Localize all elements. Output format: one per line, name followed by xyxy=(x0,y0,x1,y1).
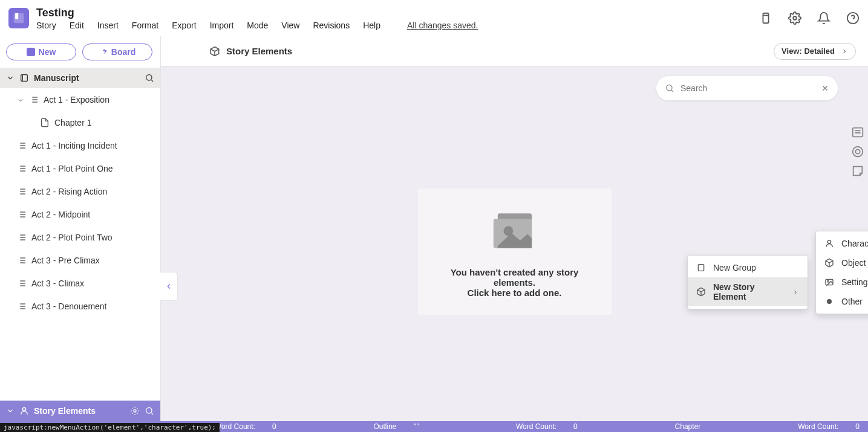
device-icon[interactable] xyxy=(759,11,772,25)
menu-edit[interactable]: Edit xyxy=(70,21,84,30)
tree-item-label: Act 3 - Pre Climax xyxy=(31,256,100,265)
view-toggle[interactable]: View: Detailed xyxy=(774,43,856,60)
submenu-item[interactable]: Setting xyxy=(816,272,868,292)
right-rail xyxy=(851,126,864,178)
project-title: Testing xyxy=(36,7,478,19)
tree-item[interactable]: Act 3 - Climax xyxy=(0,272,160,295)
tree-item-label: Act 2 - Plot Point Two xyxy=(31,233,113,242)
tree-item[interactable]: Act 3 - Denouement xyxy=(0,295,160,318)
tree-item[interactable]: Act 3 - Pre Climax xyxy=(0,249,160,272)
ctx-item-label: New Group xyxy=(713,263,756,272)
ctx-item[interactable]: New Group xyxy=(688,258,808,277)
tree-item-label: Act 1 - Exposition xyxy=(44,95,109,105)
svg-point-77 xyxy=(855,149,860,153)
context-submenu: CharacterObjectSettingOther xyxy=(815,231,868,314)
svg-point-66 xyxy=(134,410,136,412)
menu-revisions[interactable]: Revisions xyxy=(313,21,350,30)
collapse-sidebar-handle[interactable] xyxy=(160,272,178,301)
search-icon[interactable] xyxy=(145,406,154,416)
note-icon[interactable] xyxy=(851,164,864,178)
person-icon xyxy=(19,406,29,416)
svg-point-65 xyxy=(22,408,25,411)
view-label: View: Detailed xyxy=(782,47,835,56)
svg-point-84 xyxy=(827,280,829,282)
svg-rect-81 xyxy=(698,265,703,271)
ctx-item[interactable]: New Story Element xyxy=(688,277,808,306)
menu-story[interactable]: Story xyxy=(36,21,56,30)
submenu-label: Character xyxy=(841,239,868,248)
menubar: StoryEditInsertFormatExportImportModeVie… xyxy=(36,21,478,30)
settings-icon[interactable] xyxy=(788,11,801,25)
list-icon xyxy=(29,95,39,105)
chevron-right-icon xyxy=(841,48,848,55)
list-icon xyxy=(17,256,27,265)
search-icon[interactable] xyxy=(145,73,154,83)
tree-item[interactable]: Act 2 - Rising Action xyxy=(0,180,160,203)
manuscript-section[interactable]: Manuscript xyxy=(0,68,160,88)
bell-icon[interactable] xyxy=(817,11,830,25)
submenu-label: Other xyxy=(841,297,863,306)
sidebar: New Board Manuscript Act 1 - ExpositionC… xyxy=(0,36,161,421)
menu-mode[interactable]: Mode xyxy=(247,21,268,30)
svg-rect-7 xyxy=(21,75,28,82)
empty-text-1: You haven't created any story elements. xyxy=(431,267,598,288)
chevron-down-icon xyxy=(6,74,15,82)
menu-help[interactable]: Help xyxy=(363,21,380,30)
status-wc3-label: Word Count: xyxy=(789,422,847,431)
save-status: All changes saved. xyxy=(407,21,478,30)
menu-import[interactable]: Import xyxy=(210,21,234,30)
help-icon[interactable] xyxy=(846,11,860,25)
board-button[interactable]: Board xyxy=(82,44,152,60)
menu-export[interactable]: Export xyxy=(172,21,196,30)
list-icon[interactable] xyxy=(851,126,864,139)
context-menu: New GroupNew Story Element xyxy=(687,255,808,309)
search-box xyxy=(656,76,838,100)
submenu-label: Setting xyxy=(841,277,868,287)
target-icon[interactable] xyxy=(851,145,864,158)
canvas[interactable]: You haven't created any story elements. … xyxy=(161,66,868,421)
list-icon xyxy=(17,301,27,311)
tree-item[interactable]: Act 2 - Midpoint xyxy=(0,203,160,226)
menu-insert[interactable]: Insert xyxy=(97,21,119,30)
menu-view[interactable]: View xyxy=(281,21,299,30)
svg-point-9 xyxy=(146,75,152,80)
new-button-label: New xyxy=(39,47,56,57)
gear-icon[interactable] xyxy=(130,406,140,416)
search-input[interactable] xyxy=(680,83,815,93)
cube-icon xyxy=(824,258,834,268)
menu-format[interactable]: Format xyxy=(132,21,158,30)
tree-item[interactable]: Act 1 - Plot Point One xyxy=(0,157,160,180)
svg-rect-2 xyxy=(763,13,768,24)
content-title: Story Elements xyxy=(226,46,292,56)
tree-item[interactable]: Chapter 1 xyxy=(0,111,160,134)
tree-item[interactable]: Act 1 - Inciting Incident xyxy=(0,134,160,157)
tree-item[interactable]: Act 1 - Exposition xyxy=(0,88,160,111)
svg-point-69 xyxy=(667,85,672,91)
app-logo[interactable] xyxy=(8,8,29,28)
empty-state-card[interactable]: You haven't created any story elements. … xyxy=(418,189,612,315)
circle-icon xyxy=(824,297,834,306)
clear-icon[interactable] xyxy=(821,84,829,92)
svg-rect-1 xyxy=(16,14,18,19)
list-icon xyxy=(17,210,27,219)
status-wc2-value: 0 xyxy=(565,422,586,431)
manuscript-tree: Act 1 - ExpositionChapter 1Act 1 - Incit… xyxy=(0,88,160,401)
cube-icon xyxy=(696,287,706,297)
tree-item[interactable]: Act 2 - Plot Point Two xyxy=(0,226,160,249)
svg-point-82 xyxy=(827,240,830,243)
tree-item-label: Act 1 - Inciting Incident xyxy=(31,141,117,150)
submenu-item[interactable]: Character xyxy=(816,234,868,253)
new-button[interactable]: New xyxy=(6,44,76,60)
cube-icon xyxy=(209,46,220,57)
ctx-item-label: New Story Element xyxy=(713,282,785,301)
manuscript-label: Manuscript xyxy=(34,73,140,83)
tree-item-label: Chapter 1 xyxy=(54,118,91,127)
topbar: Testing StoryEditInsertFormatExportImpor… xyxy=(0,0,868,36)
submenu-item[interactable]: Other xyxy=(816,292,868,311)
tree-item-label: Act 2 - Rising Action xyxy=(31,187,107,196)
submenu-item[interactable]: Object xyxy=(816,253,868,272)
status-wc2-label: Word Count: xyxy=(507,422,565,431)
status-wc1-value: 0 xyxy=(264,422,285,431)
status-chapter: Chapter xyxy=(667,422,710,431)
story-elements-section[interactable]: Story Elements xyxy=(0,401,160,421)
